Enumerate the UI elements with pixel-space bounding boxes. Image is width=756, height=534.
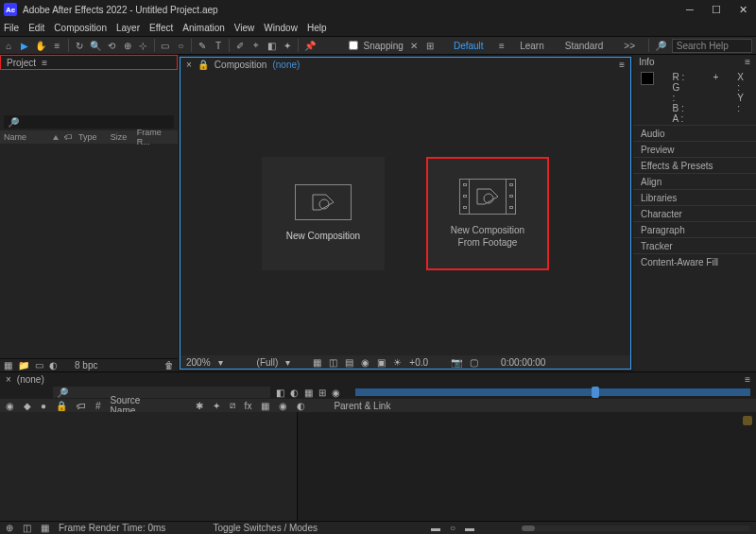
mask-icon[interactable]: ◫ [329, 357, 337, 368]
rotate-tool-icon[interactable]: ⟲ [107, 39, 117, 52]
exposure-value[interactable]: +0.0 [409, 357, 428, 368]
orbit-tool-icon[interactable]: ↻ [74, 39, 84, 52]
tl-icon[interactable]: ◧ [276, 388, 284, 398]
col-size[interactable]: Size [111, 132, 131, 142]
tl-icon[interactable]: ⊞ [318, 388, 326, 398]
menu-icon[interactable]: ≡ [52, 39, 62, 52]
zoom-tool-icon[interactable]: 🔍 [90, 39, 101, 52]
menu-edit[interactable]: Edit [28, 23, 44, 33]
pen-tool-icon[interactable]: ✎ [198, 39, 208, 52]
col-name[interactable]: Name [4, 132, 47, 142]
grid-icon[interactable]: ▦ [313, 357, 321, 368]
col-type[interactable]: Type [78, 132, 105, 142]
channel-icon[interactable]: ◉ [361, 357, 369, 368]
work-area-marker[interactable] [743, 416, 752, 425]
panel-menu-icon[interactable]: ≡ [42, 58, 47, 68]
brush-tool-icon[interactable]: ✐ [235, 39, 246, 52]
timeline-scrollbar[interactable] [522, 525, 750, 531]
menu-effect[interactable]: Effect [149, 23, 173, 33]
workspace-learn[interactable]: Learn [512, 39, 552, 53]
snapshot-icon[interactable]: 📷 [451, 357, 462, 368]
tag-icon[interactable]: 🏷 [64, 132, 73, 142]
snap-grid-icon[interactable]: ⊞ [424, 39, 435, 52]
trash-icon[interactable]: 🗑 [164, 360, 174, 370]
exposure-icon[interactable]: ☀ [393, 357, 402, 368]
camera-tool-icon[interactable]: ⊕ [122, 39, 132, 52]
maximize-button[interactable]: ☐ [703, 0, 730, 19]
tl-footer-icon[interactable]: ⊕ [6, 523, 13, 533]
composition-tab[interactable]: ×🔒 Composition (none) ≡ [180, 58, 630, 71]
timecode[interactable]: 0:00:00:00 [501, 357, 545, 368]
timeline-ruler[interactable] [355, 388, 750, 396]
col-parent-link[interactable]: Parent & Link [334, 401, 390, 411]
panel-preview[interactable]: Preview [633, 141, 756, 157]
search-help-input[interactable]: Search Help [672, 39, 752, 53]
timeline-tab[interactable]: ×(none)≡ [0, 372, 756, 386]
workspace-standard[interactable]: Standard [558, 39, 611, 53]
menu-composition[interactable]: Composition [54, 23, 107, 33]
panel-align[interactable]: Align [633, 173, 756, 189]
info-tab[interactable]: Info≡ [633, 55, 756, 68]
panel-content-aware-fill[interactable]: Content-Aware Fill [633, 253, 756, 269]
timeline-track-area[interactable] [298, 412, 756, 521]
panel-audio[interactable]: Audio [633, 125, 756, 141]
menu-layer[interactable]: Layer [116, 23, 140, 33]
menu-animation[interactable]: Animation [182, 23, 224, 33]
puppet-tool-icon[interactable]: 📌 [304, 39, 316, 52]
minimize-button[interactable]: ─ [677, 0, 703, 19]
snap-opt-icon[interactable]: ✕ [409, 39, 420, 52]
project-search[interactable]: 🔎 [4, 115, 174, 129]
bpc-label[interactable]: 8 bpc [75, 360, 97, 370]
lock-icon[interactable]: 🔒 [198, 60, 209, 70]
workspace-default[interactable]: Default [446, 39, 491, 53]
frame-render-time: Frame Render Time: 0ms [59, 523, 165, 533]
hand-tool-icon[interactable]: ✋ [35, 39, 46, 52]
panel-character[interactable]: Character [633, 205, 756, 221]
home-icon[interactable]: ⌂ [4, 39, 14, 52]
workspace-more[interactable]: >> [616, 39, 643, 53]
text-tool-icon[interactable]: T [214, 39, 224, 52]
rect-tool-icon[interactable]: ▭ [160, 39, 170, 52]
comp-icon[interactable]: ▭ [35, 360, 43, 370]
panel-menu-icon[interactable]: ≡ [745, 374, 750, 385]
anchor-tool-icon[interactable]: ⊹ [138, 39, 148, 52]
tl-footer-icon[interactable]: ▦ [41, 523, 49, 533]
time-icon[interactable]: ▣ [377, 357, 386, 368]
toggle-switches-button[interactable]: Toggle Switches / Modes [213, 523, 318, 533]
menu-help[interactable]: Help [307, 23, 327, 33]
tl-icon[interactable]: ▦ [304, 388, 313, 398]
tl-footer-icon[interactable]: ◫ [23, 523, 31, 533]
interpret-icon[interactable]: ▦ [4, 360, 12, 370]
menu-view[interactable]: View [234, 23, 255, 33]
adjust-icon[interactable]: ◐ [49, 360, 58, 370]
clone-tool-icon[interactable]: ⌖ [251, 39, 262, 52]
eraser-tool-icon[interactable]: ◧ [266, 39, 277, 52]
guide-icon[interactable]: ▤ [345, 357, 353, 368]
zoom-value[interactable]: 200% [186, 357, 211, 368]
res-menu[interactable]: (Full) [257, 357, 279, 368]
menu-file[interactable]: File [4, 23, 19, 33]
folder-icon[interactable]: 📁 [18, 360, 29, 370]
panel-paragraph[interactable]: Paragraph [633, 221, 756, 237]
ellipse-tool-icon[interactable]: ○ [176, 39, 186, 52]
snapping-checkbox[interactable] [349, 41, 358, 50]
panel-libraries[interactable]: Libraries [633, 189, 756, 205]
roto-tool-icon[interactable]: ✦ [283, 39, 293, 52]
selection-tool-icon[interactable]: ▶ [20, 39, 30, 52]
workspace-menu-icon[interactable]: ≡ [497, 39, 507, 52]
panel-menu-icon[interactable]: ≡ [619, 60, 625, 70]
panel-menu-icon[interactable]: ≡ [745, 57, 750, 67]
new-composition-from-footage-card[interactable]: New CompositionFrom Footage [426, 157, 549, 270]
timeline-layer-area[interactable] [0, 412, 298, 521]
tl-icon[interactable]: ◉ [332, 388, 340, 398]
panel-effects-presets[interactable]: Effects & Presets [633, 157, 756, 173]
project-tab[interactable]: Project≡ [0, 55, 178, 70]
show-snapshot-icon[interactable]: ▢ [470, 357, 478, 368]
search-icon[interactable]: 🔎 [655, 39, 666, 52]
new-composition-card[interactable]: New Composition [262, 157, 385, 270]
menu-window[interactable]: Window [264, 23, 298, 33]
tl-icon[interactable]: ◐ [290, 388, 299, 398]
col-framerate[interactable]: Frame R... [137, 128, 174, 146]
panel-tracker[interactable]: Tracker [633, 237, 756, 253]
close-button[interactable]: ✕ [730, 0, 756, 19]
